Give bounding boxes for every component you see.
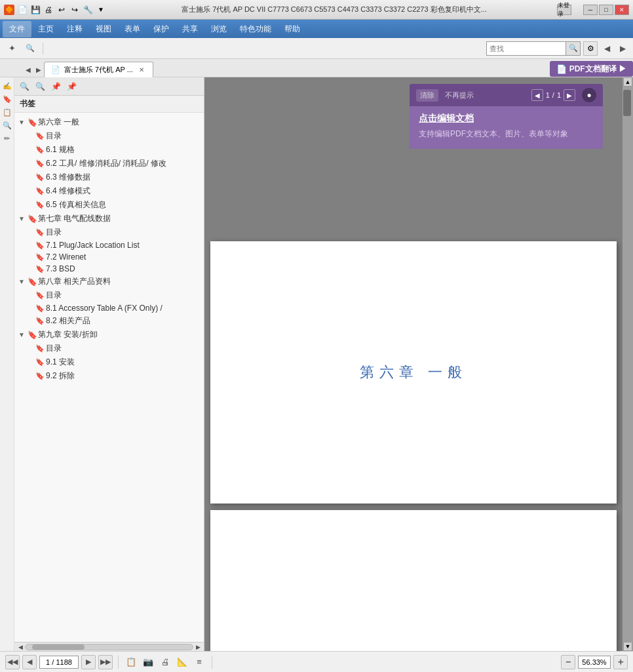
vscroll-down-btn[interactable]: ▼ — [623, 642, 632, 651]
zoom-level-input[interactable] — [578, 656, 611, 669]
panel-icon-3[interactable]: 📋 — [1, 106, 13, 118]
tree-item-6-2[interactable]: 🔖 6.2 工具/ 维修消耗品/ 消耗品/ 修改 — [14, 157, 204, 170]
nav-back-button[interactable]: ◀ — [600, 42, 613, 55]
item-9-toc-label: 目录 — [46, 343, 62, 354]
tree-item-8-1[interactable]: 🔖 8.1 Accessory Table A (FX Only) / — [14, 302, 204, 314]
menu-help[interactable]: 帮助 — [278, 21, 307, 37]
page-first-button[interactable]: ◀◀ — [5, 655, 20, 669]
zoom-in-button[interactable]: ＋ — [613, 655, 628, 669]
tree-chapter-8[interactable]: ▼ 🔖 第八章 相关产品资料 — [14, 275, 204, 288]
expand-chapter-6[interactable]: ▼ — [17, 118, 26, 127]
nav-forward-button[interactable]: ▶ — [616, 42, 629, 55]
app-icon-redo: ↪ — [69, 5, 80, 15]
app-icon-expand[interactable]: 🔧 — [83, 5, 93, 15]
tree-item-6-toc[interactable]: 🔖 目录 — [14, 129, 204, 143]
sidebar-icon-search2[interactable]: 🔍 — [33, 79, 47, 94]
tree-item-7-3[interactable]: 🔖 7.3 BSD — [14, 263, 204, 275]
tab-main[interactable]: 📄 富士施乐 7代机 AP ... ✕ — [44, 62, 153, 77]
minimize-button[interactable]: ─ — [583, 5, 598, 15]
hscroll-thumb[interactable] — [32, 644, 85, 650]
panel-icon-1[interactable]: ✍ — [1, 80, 13, 92]
menu-view[interactable]: 视图 — [89, 21, 118, 37]
sidebar-icon-search1[interactable]: 🔍 — [17, 79, 31, 94]
page-next-button[interactable]: ▶ — [81, 655, 96, 669]
panel-icon-5[interactable]: ✏ — [1, 132, 13, 144]
tree-item-7-1[interactable]: 🔖 7.1 Plug/Jack Location List — [14, 239, 204, 251]
bookmark-icon-8-toc: 🔖 — [35, 291, 45, 300]
hscroll-track[interactable] — [25, 644, 193, 650]
item-6-4-label: 6.4 维修模式 — [46, 186, 90, 197]
popup-page-nav: ◀ 1 / 1 ▶ — [531, 89, 575, 101]
search-button[interactable]: 🔍 — [566, 42, 580, 55]
expand-chapter-8[interactable]: ▼ — [17, 277, 26, 287]
toolbar-home-icon[interactable]: ✦ — [4, 41, 20, 56]
tree-item-6-5[interactable]: 🔖 6.5 传真相关信息 — [14, 198, 204, 212]
tree-item-7-toc[interactable]: 🔖 目录 — [14, 226, 204, 239]
hscroll-right-btn[interactable]: ▶ — [193, 642, 202, 652]
tool-layout-icon[interactable]: 📐 — [175, 655, 189, 669]
menu-file[interactable]: 文件 — [3, 21, 31, 37]
app-icon-dropdown[interactable]: ▼ — [96, 5, 106, 15]
search-input[interactable] — [487, 45, 566, 52]
pdf-viewer[interactable]: 清除 不再提示 ◀ 1 / 1 ▶ ● 点击编辑文档 支持编辑PDF文档文本、图… — [204, 77, 623, 651]
vscroll-track — [623, 87, 633, 642]
tree-item-6-1[interactable]: 🔖 6.1 规格 — [14, 143, 204, 157]
sidebar-icon-bookmark1[interactable]: 📌 — [48, 79, 63, 94]
popup-clear-button[interactable]: 清除 — [416, 89, 438, 102]
tree-item-9-1[interactable]: 🔖 9.1 安装 — [14, 355, 204, 369]
title-bar: 🔶 📄 💾 🖨 ↩ ↪ 🔧 ▼ 富士施乐 7代机 AP DC VII C7773… — [0, 0, 633, 20]
expand-chapter-9[interactable]: ▼ — [17, 330, 26, 340]
tree-item-7-2[interactable]: 🔖 7.2 Wirenet — [14, 251, 204, 263]
tree-chapter-7[interactable]: ▼ 🔖 第七章 电气配线数据 — [14, 212, 204, 226]
tool-copy-icon[interactable]: 📋 — [124, 655, 138, 669]
tree-item-6-3[interactable]: 🔖 6.3 维修数据 — [14, 170, 204, 184]
tree-item-6-4[interactable]: 🔖 6.4 维修模式 — [14, 184, 204, 198]
bookmark-icon-6-5: 🔖 — [35, 201, 45, 210]
menu-form[interactable]: 表单 — [118, 21, 147, 37]
popup-close-button[interactable]: ● — [582, 88, 596, 102]
tree-chapter-6[interactable]: ▼ 🔖 第六章 一般 — [14, 115, 204, 129]
vscroll-thumb[interactable] — [623, 90, 631, 116]
panel-icon-4[interactable]: 🔍 — [1, 119, 13, 131]
settings-button[interactable]: ⚙ — [583, 41, 598, 56]
tab-nav-prev[interactable]: ◀ — [23, 62, 33, 77]
tree-item-8-toc[interactable]: 🔖 目录 — [14, 288, 204, 302]
tab-close-button[interactable]: ✕ — [137, 65, 146, 74]
popup-no-remind-button[interactable]: 不再提示 — [445, 90, 474, 100]
popup-page-total: 1 — [557, 91, 561, 99]
vscroll-up-btn[interactable]: ▲ — [623, 77, 632, 87]
panel-icon-2[interactable]: 🔖 — [1, 93, 13, 105]
menu-home[interactable]: 主页 — [31, 21, 60, 37]
expand-chapter-7[interactable]: ▼ — [17, 214, 26, 224]
tool-print-icon[interactable]: 🖨 — [158, 655, 172, 669]
tree-item-9-toc[interactable]: 🔖 目录 — [14, 342, 204, 355]
menu-annotate[interactable]: 注释 — [60, 21, 89, 37]
page-prev-button[interactable]: ◀ — [22, 655, 37, 669]
close-button[interactable]: ✕ — [615, 5, 629, 15]
menu-special[interactable]: 特色功能 — [233, 21, 278, 37]
popup-next-button[interactable]: ▶ — [564, 89, 575, 101]
tool-snapshot-icon[interactable]: 📷 — [141, 655, 155, 669]
tab-nav-next[interactable]: ▶ — [33, 62, 44, 77]
popup-main-text[interactable]: 点击编辑文档 — [419, 113, 594, 125]
tree-item-9-2[interactable]: 🔖 9.2 拆除 — [14, 369, 204, 383]
maximize-button[interactable]: □ — [599, 5, 613, 15]
menu-share[interactable]: 共享 — [176, 21, 204, 37]
pdf-translate-button[interactable]: 📄 PDF文档翻译 ▶ — [550, 61, 633, 77]
tool-menu-icon[interactable]: ≡ — [192, 655, 206, 669]
page-last-button[interactable]: ▶▶ — [98, 655, 113, 669]
tree-chapter-9[interactable]: ▼ 🔖 第九章 安装/折卸 — [14, 328, 204, 342]
zoom-out-button[interactable]: － — [561, 655, 575, 669]
page-input[interactable] — [39, 656, 79, 669]
login-button[interactable]: 未登录 — [557, 5, 571, 15]
menu-protect[interactable]: 保护 — [147, 21, 176, 37]
sidebar-icon-bookmark2[interactable]: 📌 — [64, 79, 79, 94]
chapter-7-label: 第七章 电气配线数据 — [38, 213, 111, 224]
popup-prev-button[interactable]: ◀ — [531, 89, 543, 101]
tree-item-8-2[interactable]: 🔖 8.2 相关产品 — [14, 314, 204, 328]
menu-browse[interactable]: 浏览 — [204, 21, 233, 37]
hscroll-left-btn[interactable]: ◀ — [16, 642, 25, 652]
chapter-8-label: 第八章 相关产品资料 — [38, 276, 111, 287]
toolbar-search-icon[interactable]: 🔍 — [22, 41, 38, 56]
window-title: 富士施乐 7代机 AP DC VII C7773 C6673 C5573 C44… — [111, 5, 557, 14]
